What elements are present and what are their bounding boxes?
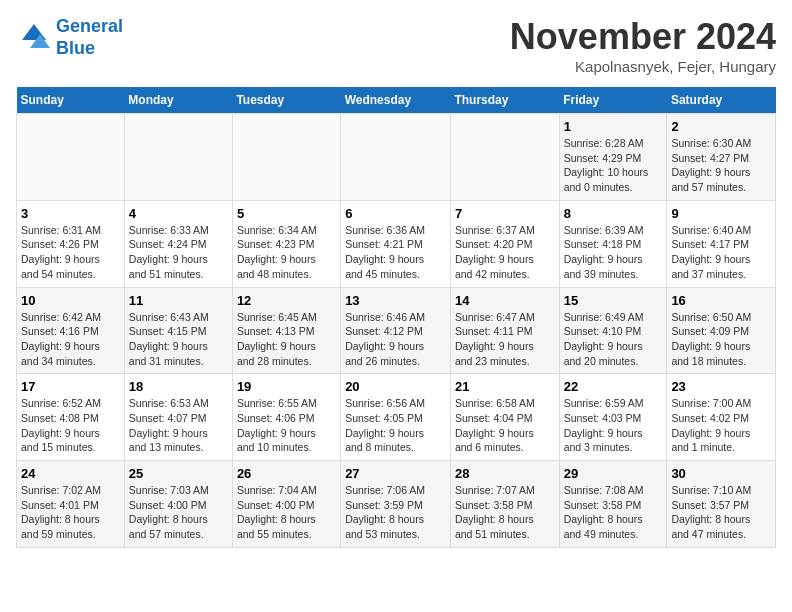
day-info: Sunrise: 6:47 AM Sunset: 4:11 PM Dayligh… bbox=[455, 310, 555, 369]
day-number: 22 bbox=[564, 379, 663, 394]
calendar-cell: 1Sunrise: 6:28 AM Sunset: 4:29 PM Daylig… bbox=[559, 114, 667, 201]
day-info: Sunrise: 6:28 AM Sunset: 4:29 PM Dayligh… bbox=[564, 136, 663, 195]
day-header-monday: Monday bbox=[124, 87, 232, 114]
calendar-cell: 6Sunrise: 6:36 AM Sunset: 4:21 PM Daylig… bbox=[341, 200, 451, 287]
day-number: 10 bbox=[21, 293, 120, 308]
day-header-friday: Friday bbox=[559, 87, 667, 114]
calendar-cell: 7Sunrise: 6:37 AM Sunset: 4:20 PM Daylig… bbox=[450, 200, 559, 287]
calendar-cell bbox=[232, 114, 340, 201]
calendar-body: 1Sunrise: 6:28 AM Sunset: 4:29 PM Daylig… bbox=[17, 114, 776, 548]
day-number: 15 bbox=[564, 293, 663, 308]
day-number: 12 bbox=[237, 293, 336, 308]
location: Kapolnasnyek, Fejer, Hungary bbox=[510, 58, 776, 75]
day-header-saturday: Saturday bbox=[667, 87, 776, 114]
day-info: Sunrise: 6:52 AM Sunset: 4:08 PM Dayligh… bbox=[21, 396, 120, 455]
calendar-cell: 2Sunrise: 6:30 AM Sunset: 4:27 PM Daylig… bbox=[667, 114, 776, 201]
day-number: 5 bbox=[237, 206, 336, 221]
day-info: Sunrise: 6:42 AM Sunset: 4:16 PM Dayligh… bbox=[21, 310, 120, 369]
day-info: Sunrise: 6:37 AM Sunset: 4:20 PM Dayligh… bbox=[455, 223, 555, 282]
day-number: 2 bbox=[671, 119, 771, 134]
day-info: Sunrise: 6:55 AM Sunset: 4:06 PM Dayligh… bbox=[237, 396, 336, 455]
day-info: Sunrise: 7:06 AM Sunset: 3:59 PM Dayligh… bbox=[345, 483, 446, 542]
day-number: 25 bbox=[129, 466, 228, 481]
calendar-cell bbox=[17, 114, 125, 201]
logo: General Blue bbox=[16, 16, 123, 59]
header: General Blue November 2024 Kapolnasnyek,… bbox=[16, 16, 776, 75]
day-info: Sunrise: 6:49 AM Sunset: 4:10 PM Dayligh… bbox=[564, 310, 663, 369]
calendar-cell: 27Sunrise: 7:06 AM Sunset: 3:59 PM Dayli… bbox=[341, 461, 451, 548]
day-info: Sunrise: 6:34 AM Sunset: 4:23 PM Dayligh… bbox=[237, 223, 336, 282]
day-number: 26 bbox=[237, 466, 336, 481]
day-number: 13 bbox=[345, 293, 446, 308]
day-number: 21 bbox=[455, 379, 555, 394]
calendar-cell: 21Sunrise: 6:58 AM Sunset: 4:04 PM Dayli… bbox=[450, 374, 559, 461]
day-info: Sunrise: 6:50 AM Sunset: 4:09 PM Dayligh… bbox=[671, 310, 771, 369]
day-header-sunday: Sunday bbox=[17, 87, 125, 114]
calendar-cell: 15Sunrise: 6:49 AM Sunset: 4:10 PM Dayli… bbox=[559, 287, 667, 374]
day-info: Sunrise: 7:03 AM Sunset: 4:00 PM Dayligh… bbox=[129, 483, 228, 542]
day-info: Sunrise: 6:43 AM Sunset: 4:15 PM Dayligh… bbox=[129, 310, 228, 369]
day-number: 18 bbox=[129, 379, 228, 394]
week-row-5: 24Sunrise: 7:02 AM Sunset: 4:01 PM Dayli… bbox=[17, 461, 776, 548]
calendar-cell: 10Sunrise: 6:42 AM Sunset: 4:16 PM Dayli… bbox=[17, 287, 125, 374]
calendar-cell: 14Sunrise: 6:47 AM Sunset: 4:11 PM Dayli… bbox=[450, 287, 559, 374]
day-info: Sunrise: 6:39 AM Sunset: 4:18 PM Dayligh… bbox=[564, 223, 663, 282]
calendar-cell bbox=[124, 114, 232, 201]
calendar-header-row: SundayMondayTuesdayWednesdayThursdayFrid… bbox=[17, 87, 776, 114]
calendar-cell: 23Sunrise: 7:00 AM Sunset: 4:02 PM Dayli… bbox=[667, 374, 776, 461]
title-area: November 2024 Kapolnasnyek, Fejer, Hunga… bbox=[510, 16, 776, 75]
day-info: Sunrise: 6:56 AM Sunset: 4:05 PM Dayligh… bbox=[345, 396, 446, 455]
day-number: 27 bbox=[345, 466, 446, 481]
day-number: 8 bbox=[564, 206, 663, 221]
day-info: Sunrise: 6:31 AM Sunset: 4:26 PM Dayligh… bbox=[21, 223, 120, 282]
calendar-cell: 26Sunrise: 7:04 AM Sunset: 4:00 PM Dayli… bbox=[232, 461, 340, 548]
day-number: 23 bbox=[671, 379, 771, 394]
day-number: 30 bbox=[671, 466, 771, 481]
calendar-cell: 24Sunrise: 7:02 AM Sunset: 4:01 PM Dayli… bbox=[17, 461, 125, 548]
day-number: 3 bbox=[21, 206, 120, 221]
day-number: 19 bbox=[237, 379, 336, 394]
day-number: 16 bbox=[671, 293, 771, 308]
day-info: Sunrise: 6:30 AM Sunset: 4:27 PM Dayligh… bbox=[671, 136, 771, 195]
day-info: Sunrise: 6:33 AM Sunset: 4:24 PM Dayligh… bbox=[129, 223, 228, 282]
day-info: Sunrise: 7:02 AM Sunset: 4:01 PM Dayligh… bbox=[21, 483, 120, 542]
calendar-cell: 19Sunrise: 6:55 AM Sunset: 4:06 PM Dayli… bbox=[232, 374, 340, 461]
calendar-cell: 30Sunrise: 7:10 AM Sunset: 3:57 PM Dayli… bbox=[667, 461, 776, 548]
day-number: 1 bbox=[564, 119, 663, 134]
day-number: 6 bbox=[345, 206, 446, 221]
calendar-cell: 5Sunrise: 6:34 AM Sunset: 4:23 PM Daylig… bbox=[232, 200, 340, 287]
day-info: Sunrise: 7:10 AM Sunset: 3:57 PM Dayligh… bbox=[671, 483, 771, 542]
calendar-cell: 9Sunrise: 6:40 AM Sunset: 4:17 PM Daylig… bbox=[667, 200, 776, 287]
logo-line1: General bbox=[56, 16, 123, 36]
day-number: 11 bbox=[129, 293, 228, 308]
day-number: 7 bbox=[455, 206, 555, 221]
calendar-cell: 16Sunrise: 6:50 AM Sunset: 4:09 PM Dayli… bbox=[667, 287, 776, 374]
calendar-cell bbox=[450, 114, 559, 201]
calendar-cell: 29Sunrise: 7:08 AM Sunset: 3:58 PM Dayli… bbox=[559, 461, 667, 548]
day-header-wednesday: Wednesday bbox=[341, 87, 451, 114]
day-info: Sunrise: 6:53 AM Sunset: 4:07 PM Dayligh… bbox=[129, 396, 228, 455]
day-number: 20 bbox=[345, 379, 446, 394]
calendar-cell: 17Sunrise: 6:52 AM Sunset: 4:08 PM Dayli… bbox=[17, 374, 125, 461]
calendar-cell: 12Sunrise: 6:45 AM Sunset: 4:13 PM Dayli… bbox=[232, 287, 340, 374]
day-header-tuesday: Tuesday bbox=[232, 87, 340, 114]
day-number: 4 bbox=[129, 206, 228, 221]
calendar-cell: 28Sunrise: 7:07 AM Sunset: 3:58 PM Dayli… bbox=[450, 461, 559, 548]
day-info: Sunrise: 6:59 AM Sunset: 4:03 PM Dayligh… bbox=[564, 396, 663, 455]
calendar-cell: 13Sunrise: 6:46 AM Sunset: 4:12 PM Dayli… bbox=[341, 287, 451, 374]
day-info: Sunrise: 7:08 AM Sunset: 3:58 PM Dayligh… bbox=[564, 483, 663, 542]
day-info: Sunrise: 7:07 AM Sunset: 3:58 PM Dayligh… bbox=[455, 483, 555, 542]
calendar-cell: 25Sunrise: 7:03 AM Sunset: 4:00 PM Dayli… bbox=[124, 461, 232, 548]
calendar-cell: 22Sunrise: 6:59 AM Sunset: 4:03 PM Dayli… bbox=[559, 374, 667, 461]
day-number: 9 bbox=[671, 206, 771, 221]
calendar-cell bbox=[341, 114, 451, 201]
week-row-4: 17Sunrise: 6:52 AM Sunset: 4:08 PM Dayli… bbox=[17, 374, 776, 461]
day-info: Sunrise: 6:46 AM Sunset: 4:12 PM Dayligh… bbox=[345, 310, 446, 369]
day-number: 17 bbox=[21, 379, 120, 394]
day-info: Sunrise: 7:00 AM Sunset: 4:02 PM Dayligh… bbox=[671, 396, 771, 455]
day-info: Sunrise: 6:36 AM Sunset: 4:21 PM Dayligh… bbox=[345, 223, 446, 282]
week-row-3: 10Sunrise: 6:42 AM Sunset: 4:16 PM Dayli… bbox=[17, 287, 776, 374]
calendar-cell: 4Sunrise: 6:33 AM Sunset: 4:24 PM Daylig… bbox=[124, 200, 232, 287]
day-number: 14 bbox=[455, 293, 555, 308]
calendar-table: SundayMondayTuesdayWednesdayThursdayFrid… bbox=[16, 87, 776, 548]
